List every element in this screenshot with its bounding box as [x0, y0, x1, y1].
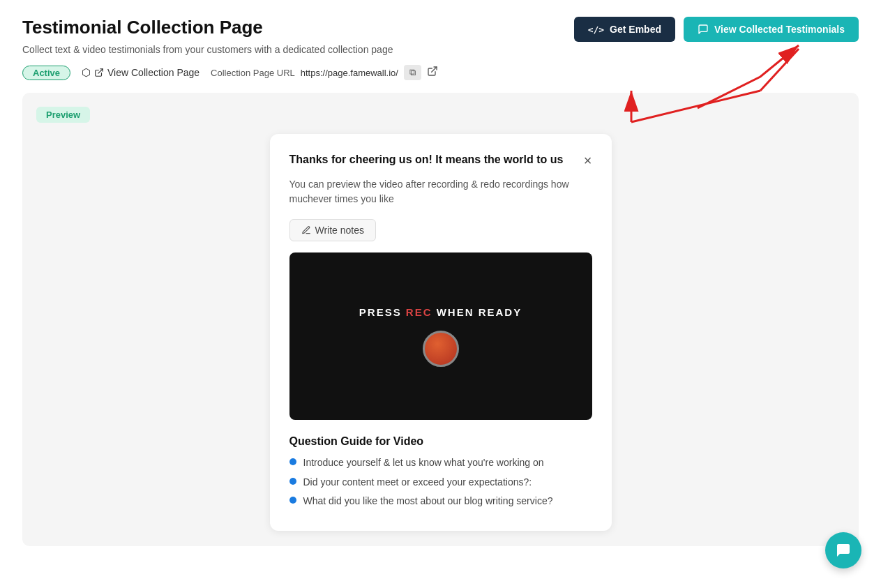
- list-item: What did you like the most about our blo…: [289, 495, 592, 508]
- question-text: What did you like the most about our blo…: [303, 495, 553, 508]
- active-badge: Active: [22, 66, 70, 80]
- list-item: Did your content meet or exceed your exp…: [289, 476, 592, 490]
- view-collection-link[interactable]: ⬡ View Collection Page: [82, 66, 199, 79]
- link-icon: [94, 68, 104, 77]
- header-row: Testimonial Collection Page Collect text…: [22, 17, 859, 80]
- page-title: Testimonial Collection Page: [22, 17, 438, 38]
- bullet-dot: [289, 497, 296, 504]
- card-header: Thanks for cheering us on! It means the …: [289, 153, 592, 167]
- video-text-prefix: PRESS: [359, 306, 406, 318]
- video-area: PRESS REC WHEN READY: [289, 252, 592, 420]
- write-notes-button[interactable]: Write notes: [289, 219, 377, 241]
- url-copy-button[interactable]: ⧉: [404, 65, 421, 80]
- copy-icon: ⧉: [409, 67, 416, 77]
- video-rec-text: REC: [406, 306, 432, 318]
- question-text: Did your content meet or exceed your exp…: [303, 476, 532, 490]
- page-wrapper: Testimonial Collection Page Collect text…: [0, 0, 881, 588]
- record-button[interactable]: [423, 331, 459, 367]
- svg-line-0: [98, 69, 103, 73]
- header-buttons: </> Get Embed View Collected Testimonial…: [574, 17, 859, 42]
- svg-line-1: [432, 67, 437, 72]
- preview-card: Thanks for cheering us on! It means the …: [270, 134, 612, 531]
- chat-square-icon: [698, 24, 709, 35]
- get-embed-button[interactable]: </> Get Embed: [574, 17, 675, 42]
- bullet-dot: [289, 458, 296, 465]
- chat-bubble-button[interactable]: [825, 532, 861, 568]
- external-link-icon: ⬡: [82, 66, 91, 79]
- header-left: Testimonial Collection Page Collect text…: [22, 17, 438, 80]
- open-icon: [427, 66, 438, 77]
- question-text: Introduce yourself & let us know what yo…: [303, 456, 544, 470]
- status-row: Active ⬡ View Collection Page Collection…: [22, 65, 438, 80]
- chat-bubble-icon: [835, 542, 852, 559]
- bullet-dot: [289, 478, 296, 485]
- video-text-suffix: WHEN READY: [432, 306, 522, 318]
- code-icon: </>: [588, 24, 604, 35]
- view-collected-button[interactable]: View Collected Testimonials: [684, 17, 859, 42]
- preview-badge: Preview: [36, 107, 90, 123]
- collection-url-value: https://page.famewall.io/: [301, 68, 398, 78]
- list-item: Introduce yourself & let us know what yo…: [289, 456, 592, 470]
- collection-url-label: Collection Page URL: [211, 68, 295, 78]
- video-text: PRESS REC WHEN READY: [359, 306, 522, 318]
- question-guide-title: Question Guide for Video: [289, 435, 592, 448]
- url-external-button[interactable]: [427, 66, 438, 80]
- close-button[interactable]: ×: [584, 153, 592, 167]
- preview-section: Preview Thanks for cheering us on! It me…: [22, 93, 859, 546]
- collection-url-section: Collection Page URL https://page.famewal…: [211, 65, 438, 80]
- card-description: You can preview the video after recordin…: [289, 177, 592, 206]
- page-subtitle: Collect text & video testimonials from y…: [22, 44, 438, 55]
- card-title: Thanks for cheering us on! It means the …: [289, 153, 584, 166]
- pencil-icon: [301, 225, 311, 235]
- view-collection-label: View Collection Page: [107, 67, 199, 78]
- question-list: Introduce yourself & let us know what yo…: [289, 456, 592, 508]
- close-icon: ×: [584, 153, 592, 168]
